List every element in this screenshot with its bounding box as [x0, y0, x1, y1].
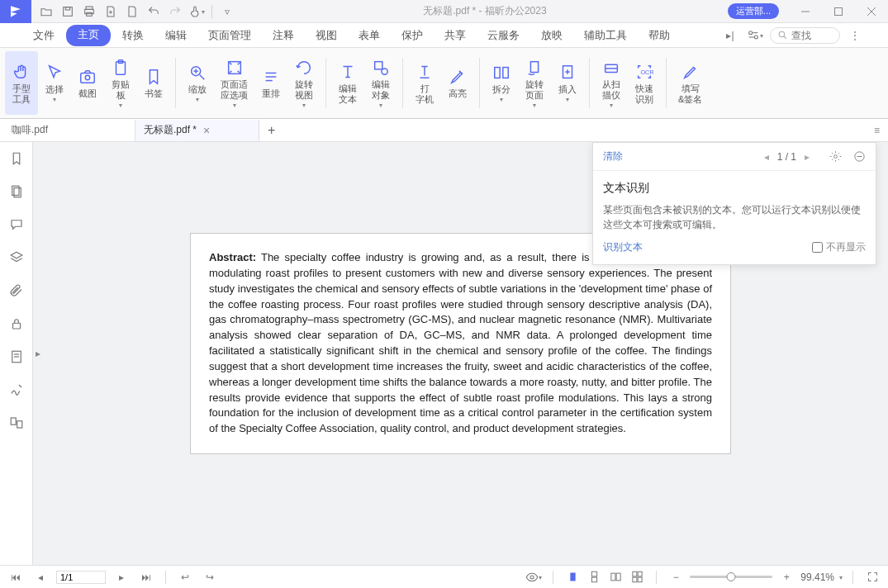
pdf-page: Abstract: The specialty coffee industry …	[190, 233, 731, 454]
menu-more-icon[interactable]: ⋮	[845, 26, 865, 45]
svg-point-11	[754, 36, 757, 39]
clipboard-tool[interactable]: 剪贴板▾	[104, 51, 137, 115]
typewriter-tool[interactable]: 打字机	[408, 51, 441, 115]
page-add-icon[interactable]	[101, 2, 121, 21]
security-panel-icon[interactable]	[7, 314, 26, 334]
highlight-tool[interactable]: 高亮	[441, 51, 474, 115]
rotate-page-tool[interactable]: 旋转页面▾	[518, 51, 551, 115]
window-title: 无标题.pdf * - 福昕办公2023	[242, 4, 728, 18]
abstract-body: The specialty coffee industry is growing…	[209, 251, 712, 434]
org-badge[interactable]: 运营部...	[728, 3, 779, 19]
tabs-menu-icon[interactable]: ≡	[866, 125, 888, 136]
comments-panel-icon[interactable]	[7, 215, 26, 235]
notification-clear[interactable]: 清除	[603, 149, 623, 164]
sign-tool[interactable]: 填写&签名	[672, 51, 709, 115]
notif-next-icon[interactable]: ▸	[805, 151, 810, 163]
menu-item-12[interactable]: 辅助工具	[574, 25, 637, 46]
hand-tool[interactable]: 手型工具	[5, 51, 38, 115]
print-icon[interactable]	[79, 2, 99, 21]
fullscreen-icon[interactable]	[863, 568, 881, 586]
fields-panel-icon[interactable]	[7, 347, 26, 367]
reflow-tool[interactable]: 重排	[254, 51, 287, 115]
undo-icon[interactable]	[144, 2, 164, 21]
menu-item-10[interactable]: 云服务	[477, 25, 529, 46]
svg-text:OCR: OCR	[640, 68, 653, 75]
qat-dropdown-icon[interactable]: ▿	[217, 2, 237, 21]
page-number-input[interactable]	[56, 571, 106, 584]
zoom-in-icon[interactable]: +	[777, 568, 795, 586]
continuous-view-icon[interactable]	[585, 568, 603, 586]
rotate-view-tool[interactable]: 旋转视图▾	[287, 51, 321, 115]
menu-item-1[interactable]: 主页	[66, 25, 111, 46]
pages-panel-icon[interactable]	[7, 182, 26, 202]
search-box[interactable]	[770, 27, 840, 44]
notif-dont-show[interactable]: 不再显示	[812, 240, 866, 254]
search-input[interactable]	[791, 30, 833, 41]
attachments-panel-icon[interactable]	[7, 281, 26, 301]
redo-icon[interactable]	[165, 2, 185, 21]
zoom-out-icon[interactable]: −	[667, 568, 685, 586]
next-page-icon[interactable]: ▸	[112, 568, 131, 586]
nav-back-icon[interactable]: ↩	[176, 568, 194, 586]
bookmark-tool[interactable]: 书签	[137, 51, 170, 115]
last-page-icon[interactable]: ⏭	[137, 568, 155, 586]
notif-settings-icon[interactable]	[829, 150, 842, 163]
svg-rect-44	[11, 418, 16, 424]
open-icon[interactable]	[36, 2, 56, 21]
tab-close-icon[interactable]: ×	[203, 125, 210, 136]
ocr-tool[interactable]: OCR快速识别	[628, 51, 661, 115]
continuous-facing-view-icon[interactable]	[628, 568, 646, 586]
document-tab-0[interactable]: 咖啡.pdf	[3, 120, 135, 141]
menu-item-2[interactable]: 转换	[112, 25, 154, 46]
bookmark-panel-icon[interactable]	[7, 149, 26, 168]
menu-item-13[interactable]: 帮助	[639, 25, 680, 46]
save-icon[interactable]	[58, 2, 78, 21]
notif-action-link[interactable]: 识别文本	[603, 240, 643, 254]
touch-icon[interactable]: ▾	[187, 2, 207, 21]
menu-item-6[interactable]: 视图	[306, 25, 347, 46]
prev-page-icon[interactable]: ◂	[31, 568, 50, 586]
zoom-slider[interactable]	[690, 576, 772, 578]
signature-panel-icon[interactable]	[7, 380, 26, 400]
scanner-tool[interactable]: 从扫描仪▾	[595, 51, 628, 115]
menu-item-9[interactable]: 共享	[435, 25, 476, 46]
notif-minimize-icon[interactable]	[853, 150, 866, 163]
new-tab-button[interactable]: +	[259, 123, 283, 138]
menu-item-5[interactable]: 注释	[263, 25, 304, 46]
sidebar-expand-handle[interactable]: ▸	[33, 337, 43, 370]
ribbon-collapse-icon[interactable]: ▸|	[720, 26, 740, 45]
insert-tool[interactable]: 插入▾	[551, 51, 584, 115]
zoom-dropdown-icon[interactable]: ▾	[839, 574, 843, 581]
first-page-icon[interactable]: ⏮	[7, 568, 25, 586]
nav-forward-icon[interactable]: ↪	[201, 568, 219, 586]
menu-item-3[interactable]: 编辑	[155, 25, 197, 46]
page-blank-icon[interactable]	[122, 2, 142, 21]
facing-view-icon[interactable]	[606, 568, 624, 586]
fit-tool[interactable]: 页面适应选项▾	[214, 51, 254, 115]
document-canvas[interactable]: Abstract: The specialty coffee industry …	[33, 142, 888, 565]
split-tool[interactable]: 拆分▾	[485, 51, 518, 115]
menu-item-11[interactable]: 放映	[531, 25, 572, 46]
edit-object-tool[interactable]: 编辑对象▾	[364, 51, 397, 115]
document-tab-1[interactable]: 无标题.pdf *×	[135, 120, 259, 141]
menu-item-0[interactable]: 文件	[23, 25, 64, 46]
menu-item-8[interactable]: 保护	[392, 25, 433, 46]
edit-text-tool[interactable]: 编辑文本	[331, 51, 364, 115]
minimize-button[interactable]	[789, 0, 822, 23]
notif-description: 某些页面包含未被识别的文本。您可以运行文本识别以便使这些文本可搜索或可编辑。	[603, 202, 866, 232]
single-page-view-icon[interactable]	[563, 568, 582, 586]
menu-item-7[interactable]: 表单	[349, 25, 390, 46]
zoom-tool[interactable]: 缩放▾	[181, 51, 214, 115]
filter-icon[interactable]: ▾	[745, 26, 765, 45]
title-bar: ▾ ▿ 无标题.pdf * - 福昕办公2023 运营部...	[0, 0, 888, 23]
menu-item-4[interactable]: 页面管理	[198, 25, 261, 46]
close-button[interactable]	[855, 0, 888, 23]
layers-panel-icon[interactable]	[7, 248, 26, 268]
read-mode-icon[interactable]: ▾	[525, 568, 543, 586]
notif-dont-show-checkbox[interactable]	[812, 242, 823, 253]
compare-panel-icon[interactable]	[7, 413, 26, 433]
maximize-button[interactable]	[822, 0, 855, 23]
select-tool[interactable]: 选择▾	[38, 51, 71, 115]
notif-prev-icon[interactable]: ◂	[764, 151, 769, 163]
snapshot-tool[interactable]: 截图	[71, 51, 104, 115]
